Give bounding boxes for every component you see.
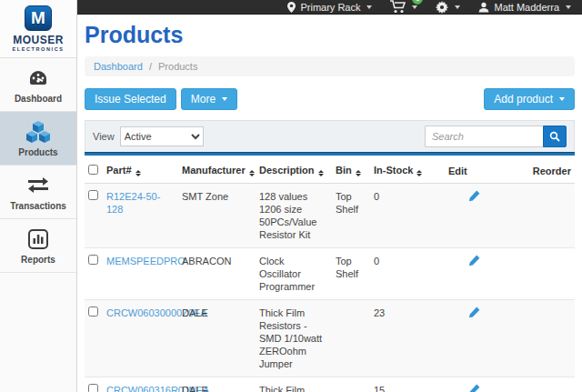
sidebar-item-dashboard[interactable]: Dashboard [0, 58, 76, 112]
column-header-stock[interactable]: In-Stock [370, 159, 445, 184]
app-window: M MOUSER ELECTRONICS Dashboard [0, 0, 582, 392]
chevron-down-icon [566, 5, 571, 9]
issue-selected-button[interactable]: Issue Selected [85, 88, 176, 110]
table-row: CRCW06030000Z0EA DALE Thick Film Resisto… [85, 300, 575, 377]
manufacturer-cell: DALE [178, 300, 256, 377]
description-cell: 128 values 1206 size 50PCs/Value Resisto… [256, 184, 332, 248]
more-label: More [191, 93, 216, 106]
column-label: In-Stock [374, 165, 413, 176]
sidebar-item-products[interactable]: Products [0, 112, 76, 166]
sidebar-item-label: Reports [2, 255, 75, 265]
settings-dropdown[interactable] [436, 1, 460, 14]
select-all-checkbox[interactable] [88, 165, 98, 175]
in-stock-cell: 23 [370, 300, 445, 377]
bin-cell: Top Shelf [332, 184, 370, 248]
column-header-edit: Edit [445, 159, 519, 184]
chevron-down-icon [412, 5, 417, 9]
location-dropdown[interactable]: Primary Rack [287, 2, 372, 13]
filter-panel: View Active [85, 120, 575, 152]
description-cell: Thick Film Resistors - SMD 1/10watt ZERO… [256, 300, 332, 377]
column-header-part[interactable]: Part# [103, 159, 178, 184]
breadcrumb: Dashboard / Products [85, 56, 575, 76]
chevron-down-icon [222, 97, 227, 101]
sidebar: M MOUSER ELECTRONICS Dashboard [0, 0, 77, 392]
view-label: View [93, 131, 115, 142]
add-product-button[interactable]: Add product [484, 88, 575, 110]
cart-count-badge: 0 [412, 0, 423, 5]
column-header-mfr[interactable]: Manufacturer [178, 159, 256, 184]
search-icon [549, 131, 560, 142]
sidebar-item-label: Dashboard [2, 94, 75, 104]
row-checkbox[interactable] [88, 307, 98, 317]
chevron-down-icon [455, 5, 460, 9]
mouser-logo[interactable]: M MOUSER ELECTRONICS [0, 0, 76, 58]
column-label: Bin [336, 165, 352, 176]
manufacturer-cell: DALE [178, 377, 256, 392]
edit-pencil-icon[interactable] [468, 190, 480, 205]
location-label: Primary Rack [300, 2, 360, 13]
sort-arrows-icon [249, 170, 255, 176]
user-menu[interactable]: Matt Madderra [478, 2, 571, 13]
bin-cell [332, 300, 370, 377]
cart-icon [390, 0, 406, 14]
column-label: Reorder [533, 166, 571, 176]
sidebar-item-reports[interactable]: Reports [0, 219, 76, 273]
bin-cell [332, 377, 370, 392]
edit-pencil-icon[interactable] [468, 307, 480, 321]
edit-pencil-icon[interactable] [468, 255, 480, 269]
bin-cell: Top Shelf [332, 248, 370, 300]
column-header-desc[interactable]: Description [256, 159, 332, 184]
edit-pencil-icon[interactable] [468, 384, 480, 392]
row-checkbox[interactable] [88, 384, 98, 392]
user-icon [478, 2, 489, 13]
add-product-label: Add product [494, 93, 553, 106]
row-checkbox[interactable] [88, 255, 98, 265]
column-label: Part# [106, 165, 132, 176]
in-stock-cell: 15 [370, 377, 445, 392]
reorder-cell [519, 300, 575, 377]
cart-dropdown[interactable]: 0 [390, 0, 417, 14]
reorder-cell [519, 377, 575, 392]
sidebar-item-transactions[interactable]: Transactions [0, 166, 76, 219]
gauge-icon [2, 66, 75, 90]
chevron-down-icon [559, 97, 565, 101]
sort-arrows-icon [416, 170, 422, 176]
breadcrumb-current: Products [158, 61, 197, 72]
topbar: Primary Rack 0 [77, 0, 582, 15]
column-header-reorder: Reorder [519, 159, 575, 184]
more-button[interactable]: More [181, 88, 237, 110]
column-label: Edit [448, 166, 467, 176]
column-label: Manufacturer [182, 165, 246, 176]
description-cell: Clock Oscillator Programmer [256, 248, 332, 300]
sidebar-item-label: Transactions [2, 201, 75, 211]
gear-icon [436, 1, 448, 14]
description-cell: Thick Film Resistors - SMD 1/10watt 16oh… [256, 377, 332, 392]
logo-name: MOUSER [0, 34, 76, 46]
logo-subtitle: ELECTRONICS [0, 46, 76, 52]
search-input[interactable] [425, 126, 543, 147]
sort-arrows-icon [318, 170, 324, 176]
mouser-logo-mark: M [25, 5, 52, 31]
bar-chart-icon [2, 227, 75, 251]
column-header-bin[interactable]: Bin [332, 159, 370, 184]
row-checkbox[interactable] [88, 190, 98, 200]
table-row: CRCW060316R0JNEA DALE Thick Film Resisto… [85, 377, 575, 392]
manufacturer-cell: ABRACON [178, 248, 256, 300]
search-group [425, 126, 567, 147]
part-number-link[interactable]: MEMSPEEDPRO [106, 256, 186, 266]
reorder-cell [519, 184, 575, 248]
reorder-cell [519, 248, 575, 300]
view-select[interactable]: Active [120, 126, 204, 146]
sort-arrows-icon [135, 170, 141, 176]
chevron-down-icon [366, 5, 372, 9]
part-number-link[interactable]: R12E24-50-128 [106, 191, 160, 215]
transfer-arrows-icon [2, 174, 75, 197]
search-button[interactable] [543, 126, 567, 147]
breadcrumb-separator: / [149, 61, 152, 72]
cubes-icon [2, 120, 75, 144]
in-stock-cell: 0 [370, 248, 445, 300]
page-title: Products [85, 22, 575, 48]
table-header-row: Part#ManufacturerDescriptionBinIn-StockE… [85, 159, 575, 184]
breadcrumb-dashboard-link[interactable]: Dashboard [94, 61, 143, 72]
table-row: R12E24-50-128 SMT Zone 128 values 1206 s… [85, 184, 575, 248]
